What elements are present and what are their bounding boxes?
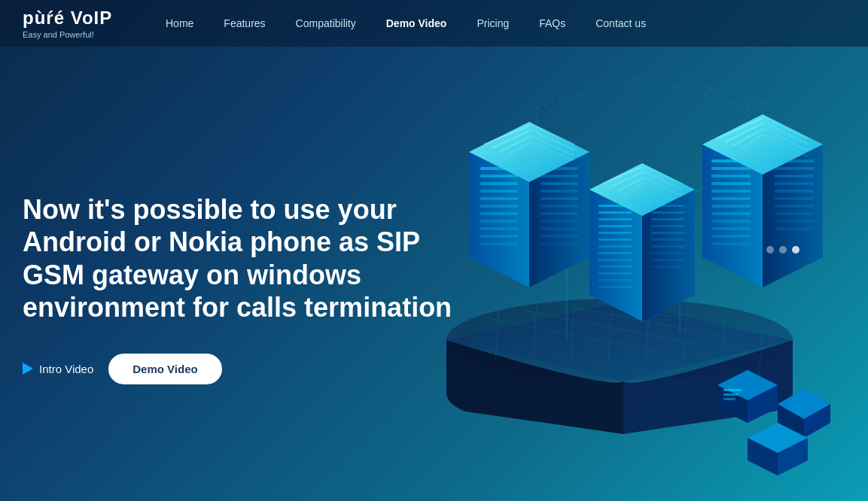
- svg-rect-24: [480, 197, 518, 200]
- hero-illustration: [401, 47, 868, 501]
- svg-rect-83: [711, 182, 751, 185]
- svg-rect-18: [723, 393, 739, 396]
- svg-rect-98: [775, 205, 814, 208]
- svg-rect-19: [723, 398, 736, 400]
- svg-rect-70: [651, 252, 684, 254]
- svg-rect-91: [711, 242, 751, 245]
- svg-rect-32: [541, 175, 578, 178]
- svg-rect-29: [480, 235, 518, 238]
- svg-rect-71: [651, 259, 684, 261]
- svg-rect-51: [598, 211, 632, 214]
- svg-rect-61: [598, 279, 632, 281]
- hero-section: Now it's possible to use your Android or…: [0, 47, 868, 501]
- svg-rect-93: [775, 167, 814, 170]
- svg-rect-21: [480, 175, 518, 178]
- demo-video-button[interactable]: Demo Video: [108, 354, 221, 384]
- svg-rect-86: [711, 205, 751, 208]
- svg-rect-41: [541, 242, 578, 245]
- svg-rect-27: [480, 220, 518, 223]
- nav-item-home[interactable]: Home: [166, 17, 193, 30]
- svg-rect-62: [598, 286, 632, 288]
- svg-rect-60: [598, 272, 632, 275]
- nav-link-faqs[interactable]: FAQs: [539, 17, 565, 29]
- svg-rect-90: [711, 235, 751, 238]
- svg-point-112: [792, 246, 799, 254]
- svg-rect-67: [651, 232, 684, 234]
- hero-title: Now it's possible to use your Android or…: [23, 193, 459, 323]
- svg-rect-35: [541, 197, 578, 200]
- svg-rect-36: [541, 205, 578, 208]
- brand-name: pùŕé VoIP: [23, 8, 120, 29]
- nav-item-contact[interactable]: Contact us: [595, 17, 646, 30]
- svg-rect-82: [711, 175, 751, 178]
- nav-link-features[interactable]: Features: [224, 17, 265, 29]
- svg-rect-37: [541, 212, 578, 215]
- svg-rect-28: [480, 227, 518, 230]
- svg-rect-69: [651, 245, 684, 247]
- svg-rect-85: [711, 197, 751, 200]
- svg-rect-54: [598, 232, 632, 234]
- svg-rect-58: [598, 259, 632, 261]
- svg-rect-101: [775, 227, 814, 230]
- nav-links: Home Features Compatibility Demo Video P…: [166, 17, 646, 30]
- navbar: pùŕé VoIP Easy and Powerful! Home Featur…: [0, 0, 868, 47]
- nav-link-compatibility[interactable]: Compatibility: [296, 17, 356, 29]
- svg-rect-89: [711, 227, 751, 230]
- nav-item-features[interactable]: Features: [224, 17, 265, 30]
- nav-link-contact[interactable]: Contact us: [595, 17, 646, 29]
- svg-rect-22: [480, 182, 518, 185]
- nav-item-faqs[interactable]: FAQs: [539, 17, 565, 30]
- svg-rect-33: [541, 182, 578, 185]
- svg-rect-88: [711, 220, 751, 223]
- nav-link-demo-video[interactable]: Demo Video: [386, 17, 447, 29]
- svg-rect-52: [598, 218, 632, 220]
- svg-rect-25: [480, 205, 518, 208]
- hero-text-block: Now it's possible to use your Android or…: [23, 193, 459, 384]
- svg-rect-39: [541, 227, 578, 230]
- svg-rect-81: [711, 167, 751, 170]
- svg-rect-34: [541, 190, 578, 193]
- svg-rect-26: [480, 212, 518, 215]
- svg-rect-66: [651, 225, 684, 227]
- svg-rect-23: [480, 190, 518, 193]
- svg-rect-68: [651, 238, 684, 241]
- hero-buttons: Intro Video Demo Video: [23, 354, 459, 384]
- svg-rect-96: [775, 190, 814, 193]
- svg-point-111: [779, 246, 787, 254]
- svg-rect-56: [598, 245, 632, 247]
- svg-rect-65: [651, 218, 684, 220]
- intro-video-label: Intro Video: [39, 363, 93, 375]
- nav-link-home[interactable]: Home: [166, 17, 193, 29]
- brand: pùŕé VoIP Easy and Powerful!: [23, 8, 120, 39]
- brand-tagline: Easy and Powerful!: [23, 30, 120, 39]
- nav-item-compatibility[interactable]: Compatibility: [296, 17, 356, 30]
- svg-rect-87: [711, 212, 751, 215]
- intro-video-button[interactable]: Intro Video: [23, 363, 93, 375]
- svg-rect-100: [775, 220, 814, 223]
- play-icon: [23, 363, 33, 375]
- illustration-svg: [401, 47, 868, 501]
- svg-rect-53: [598, 225, 632, 227]
- nav-item-pricing[interactable]: Pricing: [477, 17, 509, 30]
- nav-link-pricing[interactable]: Pricing: [477, 17, 509, 29]
- svg-rect-97: [775, 197, 814, 200]
- svg-rect-84: [711, 190, 751, 193]
- svg-rect-99: [775, 212, 814, 215]
- svg-rect-30: [480, 242, 518, 245]
- svg-rect-40: [541, 235, 578, 238]
- svg-rect-38: [541, 220, 578, 223]
- svg-rect-95: [775, 182, 814, 185]
- svg-rect-57: [598, 252, 632, 254]
- svg-rect-55: [598, 238, 632, 241]
- svg-rect-64: [651, 211, 684, 214]
- demo-video-label: Demo Video: [132, 363, 197, 375]
- svg-rect-94: [775, 175, 814, 178]
- svg-rect-59: [598, 266, 632, 268]
- nav-item-demo-video[interactable]: Demo Video: [386, 17, 447, 30]
- svg-point-110: [766, 246, 774, 254]
- svg-rect-17: [723, 389, 742, 391]
- svg-rect-72: [651, 266, 684, 268]
